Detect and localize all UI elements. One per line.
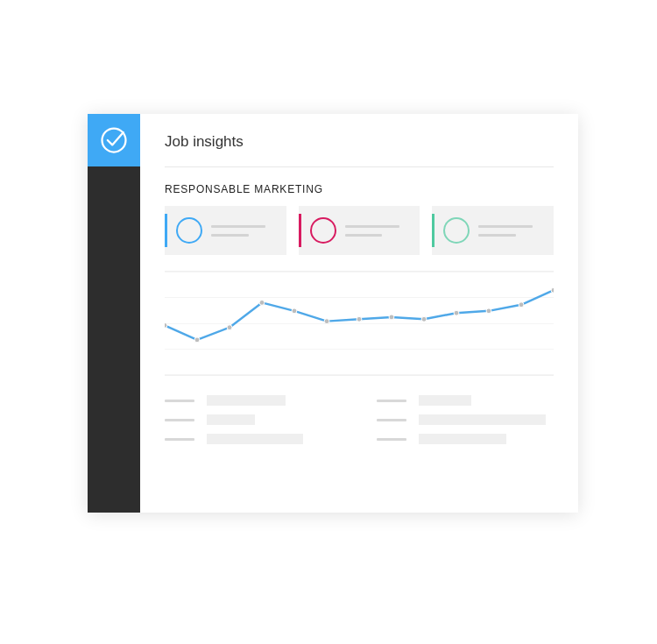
svg-point-7 <box>357 316 362 322</box>
kpi-accent <box>165 214 167 247</box>
kpi-text-placeholder <box>211 225 279 237</box>
kpi-card-1[interactable] <box>165 206 286 255</box>
svg-point-1 <box>165 322 167 328</box>
details-col-left <box>165 395 342 444</box>
page-title: Job insights <box>165 133 554 151</box>
svg-point-8 <box>389 315 394 320</box>
kpi-card-2[interactable] <box>299 206 420 255</box>
detail-label-placeholder <box>165 419 194 421</box>
kpi-circle-icon <box>310 217 336 244</box>
svg-point-6 <box>324 319 329 324</box>
kpi-row <box>165 206 554 255</box>
detail-label-placeholder <box>165 438 194 441</box>
details-col-right <box>377 395 554 444</box>
svg-point-0 <box>102 129 126 152</box>
svg-point-2 <box>194 337 200 343</box>
sidebar <box>88 114 140 513</box>
svg-point-11 <box>486 308 491 314</box>
kpi-circle-icon <box>176 217 202 244</box>
kpi-text-placeholder <box>478 225 547 237</box>
detail-value-placeholder <box>207 414 255 425</box>
detail-value-placeholder <box>207 434 303 444</box>
detail-item <box>377 395 554 406</box>
app-window: Job insights RESPONSABLE MARKETING <box>88 114 578 513</box>
detail-item <box>165 434 342 444</box>
svg-point-4 <box>259 300 265 305</box>
detail-item <box>165 414 342 425</box>
divider <box>165 166 554 167</box>
svg-point-12 <box>519 302 524 308</box>
detail-value-placeholder <box>419 414 546 425</box>
chart-svg <box>165 272 554 375</box>
detail-item <box>165 395 342 406</box>
detail-label-placeholder <box>165 400 194 402</box>
detail-item <box>377 414 554 425</box>
kpi-card-3[interactable] <box>432 206 554 255</box>
svg-point-13 <box>551 287 554 293</box>
kpi-text-placeholder <box>345 225 413 237</box>
detail-label-placeholder <box>377 419 406 421</box>
checkmark-circle-icon <box>98 124 130 156</box>
svg-point-5 <box>292 308 297 314</box>
svg-point-10 <box>454 310 459 315</box>
kpi-accent <box>432 214 434 247</box>
svg-point-3 <box>227 325 232 330</box>
detail-value-placeholder <box>419 434 506 444</box>
section-title: RESPONSABLE MARKETING <box>165 183 554 195</box>
detail-item <box>377 434 554 444</box>
main-content: Job insights RESPONSABLE MARKETING <box>140 114 578 513</box>
detail-value-placeholder <box>419 395 471 406</box>
trend-chart <box>165 271 554 376</box>
detail-label-placeholder <box>377 438 406 441</box>
logo-tile[interactable] <box>88 114 140 166</box>
kpi-circle-icon <box>443 217 470 244</box>
svg-point-9 <box>421 316 427 322</box>
details-row <box>165 395 554 444</box>
detail-value-placeholder <box>207 395 286 406</box>
detail-label-placeholder <box>377 400 406 402</box>
kpi-accent <box>299 214 301 247</box>
